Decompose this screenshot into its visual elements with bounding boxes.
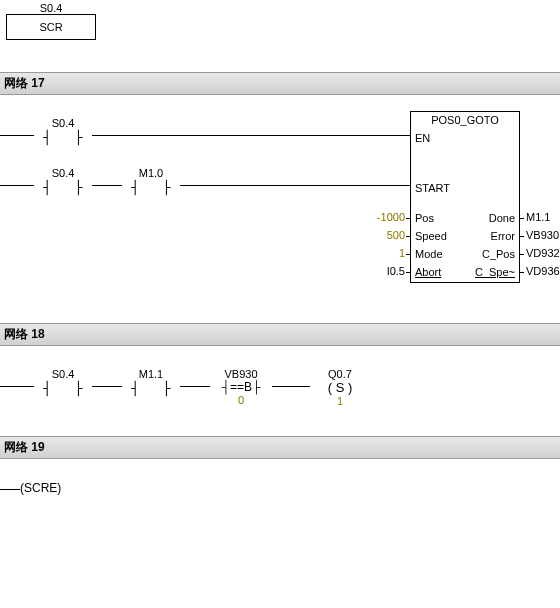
contact-symbol: ┤ ├ [122,381,180,396]
coil-type: S [336,380,345,395]
contact-label: S0.4 [34,167,92,179]
scr-block: S0.4 SCR [6,2,96,40]
wire [92,135,410,136]
scr-box: SCR [6,14,96,40]
pin-tick [406,254,411,255]
val-abort: I0.5 [355,265,405,277]
network-19-header: 网络 19 [0,436,560,459]
network-17-body: S0.4 ┤ ├ S0.4 ┤ ├ M1.0 ┤ ├ POS0_GOTO EN … [0,95,560,305]
wire [180,185,410,186]
pin-tick [519,218,524,219]
wire [0,135,34,136]
wire [180,386,210,387]
contact-s04-r1: S0.4 ┤ ├ [34,117,92,145]
scr-text: SCR [39,21,62,33]
pin-tick [519,272,524,273]
network-18-header: 网络 18 [0,323,560,346]
val-mode: 1 [355,247,405,259]
pin-tick [406,236,411,237]
pin-done: Done [489,212,515,224]
pin-speed: Speed [415,230,447,242]
val-cspe: VD936 [526,265,560,277]
pin-start: START [415,182,450,194]
coil-count: 1 [310,395,370,407]
contact-symbol: ┤ ├ [34,130,92,145]
pin-error: Error [491,230,515,242]
contact-symbol: ┤ ├ [34,180,92,195]
val-speed: 500 [355,229,405,241]
contact-label: S0.4 [34,368,92,380]
pin-pos: Pos [415,212,434,224]
scre-text: SCRE [24,481,57,495]
compare-var: VB930 [210,368,272,380]
network-17-header: 网络 17 [0,72,560,95]
wire [0,185,34,186]
contact-symbol: ┤ ├ [122,180,180,195]
val-done: M1.1 [526,211,550,223]
contact-s04-r2: S0.4 ┤ ├ [34,167,92,195]
coil-var: Q0.7 [310,368,370,380]
wire [272,386,310,387]
network-17-title: 网络 17 [4,76,45,90]
network-18-body: S0.4 ┤ ├ M1.1 ┤ ├ VB930 ┤==B├ 0 Q0.7 ( S… [0,346,560,418]
pin-mode: Mode [415,248,443,260]
fb-pos0-goto: POS0_GOTO EN START Pos Speed Mode Abort … [410,111,520,283]
pin-tick [406,272,411,273]
coil-q07-set: Q0.7 ( S ) 1 [310,368,370,407]
contact-label: M1.0 [122,167,180,179]
contact-symbol: ┤ ├ [34,381,92,396]
wire [0,489,20,490]
wire [92,386,122,387]
contact-m11: M1.1 ┤ ├ [122,368,180,396]
scre-coil: (SCRE) [20,481,61,495]
pin-en: EN [415,132,430,144]
network-19-body: (SCRE) [0,459,560,509]
network-18-title: 网络 18 [4,327,45,341]
compare-val: 0 [210,394,272,406]
val-pos: -1000 [355,211,405,223]
wire [0,386,34,387]
pin-tick [519,236,524,237]
contact-label: S0.4 [34,117,92,129]
compare-op: ==B [230,380,252,394]
wire [92,185,122,186]
pin-abort: Abort [415,266,441,278]
compare-symbol: ┤==B├ [210,380,272,394]
val-cpos: VD932 [526,247,560,259]
scr-address-label: S0.4 [6,2,96,14]
pin-cspe: C_Spe~ [475,266,515,278]
fb-title: POS0_GOTO [411,112,519,128]
pin-tick [406,218,411,219]
val-error: VB930 [526,229,559,241]
contact-label: M1.1 [122,368,180,380]
pin-cpos: C_Pos [482,248,515,260]
contact-m10: M1.0 ┤ ├ [122,167,180,195]
pin-tick [519,254,524,255]
coil-symbol: ( S ) [310,380,370,395]
contact-s04-n18: S0.4 ┤ ├ [34,368,92,396]
compare-vb930: VB930 ┤==B├ 0 [210,368,272,406]
network-19-title: 网络 19 [4,440,45,454]
